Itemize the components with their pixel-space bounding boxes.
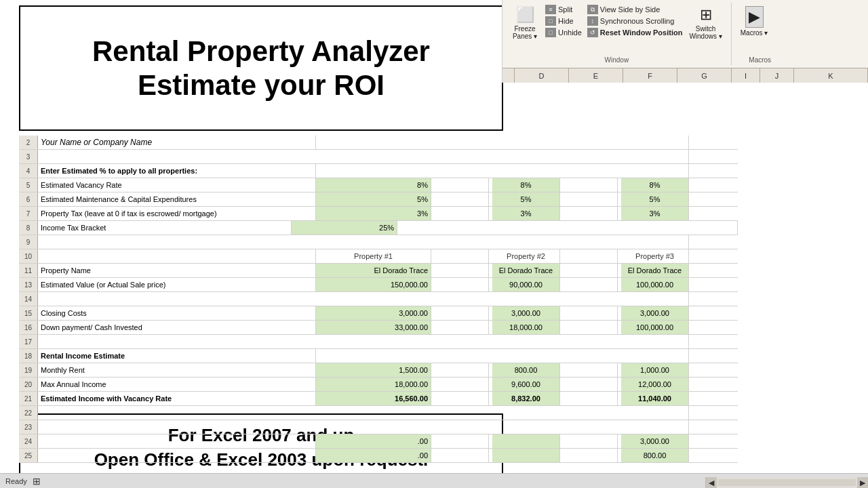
max-annual-label: Max Annual Income: [38, 378, 316, 391]
table-row: 18 Rental Income Estimate: [19, 349, 738, 363]
company-name-cell: Your Name or Company Name: [38, 136, 316, 149]
down-payment-val3: 100,000.00: [621, 321, 689, 334]
sync-scroll-icon: ↕: [587, 16, 598, 26]
closing-costs-val1: 3,000.00: [316, 306, 431, 320]
split-button[interactable]: ≡ Split: [543, 4, 584, 15]
max-annual-val2: 9,600.00: [492, 378, 560, 391]
table-row: 8 Income Tax Bracket 25%: [19, 221, 738, 235]
status-ready: Ready: [5, 477, 27, 485]
col-header-j: J: [760, 68, 794, 83]
property-name-val3: El Dorado Trace: [621, 264, 689, 277]
rental-income-label: Rental Income Estimate: [38, 349, 316, 363]
estimated-income-label: Estimated Income with Vacancy Rate: [38, 392, 316, 405]
table-row: 20 Max Annual Income 18,000.00 9,600.00 …: [19, 378, 738, 392]
col-header-e: D: [515, 68, 569, 83]
closing-costs-val3: 3,000.00: [621, 306, 689, 320]
scroll-track: [718, 479, 856, 486]
monthly-rent-val2: 800.00: [492, 363, 560, 377]
view-side-by-side-button[interactable]: ⧉ View Side by Side: [585, 4, 685, 15]
scroll-left-button[interactable]: ◀: [706, 477, 717, 488]
table-row: 10 Property #1 Property #2 Property #3: [19, 249, 738, 264]
status-bar: Ready ⊞ ◀ ▶: [0, 473, 868, 488]
header-box: Rental Property Analyzer Estimate your R…: [19, 5, 503, 131]
unhide-button[interactable]: □ Unhide: [543, 27, 584, 38]
section-label-4: Enter Estimated % to apply to all proper…: [38, 164, 316, 178]
col-header-i: I: [732, 68, 760, 83]
row25-val1: .00: [316, 449, 431, 462]
row24-val2: [492, 434, 560, 448]
property-tax-val3: 3%: [621, 207, 689, 220]
down-payment-val2: 18,000.00: [492, 321, 560, 334]
estimated-value-val1: 150,000.00: [316, 278, 431, 291]
macros-button[interactable]: ▶ Macros ▾: [737, 4, 772, 54]
property-name-val1: El Dorado Trace: [316, 264, 431, 277]
property-tax-label: Property Tax (leave at 0 if tax is escro…: [38, 207, 316, 220]
row25-val3: 800.00: [621, 449, 689, 462]
switch-windows-button[interactable]: ⊞ SwitchWindows ▾: [686, 4, 725, 54]
closing-costs-val2: 3,000.00: [492, 306, 560, 320]
ribbon: ⬜ FreezePanes ▾ ≡ Split □ Hide: [502, 0, 868, 83]
hide-button[interactable]: □ Hide: [543, 16, 584, 26]
property-tax-val2: 3%: [492, 207, 560, 220]
property-name-val2: El Dorado Trace: [492, 264, 560, 277]
synchronous-scrolling-button[interactable]: ↕ Synchronous Scrolling: [585, 16, 685, 26]
reset-window-position-button[interactable]: ↺ Reset Window Position: [585, 27, 685, 38]
table-row: 21 Estimated Income with Vacancy Rate 16…: [19, 392, 738, 406]
table-row: 7 Property Tax (leave at 0 if tax is esc…: [19, 207, 738, 221]
down-payment-label: Down payment/ Cash Invested: [38, 321, 316, 334]
estimated-income-val2: 8,832.00: [492, 392, 560, 405]
table-row: 11 Property Name El Dorado Trace El Dora…: [19, 264, 738, 278]
col-header-f: E: [569, 68, 623, 83]
table-row: 13 Estimated Value (or Actual Sale price…: [19, 278, 738, 292]
horizontal-scrollbar[interactable]: ◀ ▶: [705, 477, 868, 488]
estimated-value-val3: 100,000.00: [621, 278, 689, 291]
table-row: 24 .00 3,000.00: [19, 434, 738, 449]
scroll-right-button[interactable]: ▶: [857, 477, 868, 488]
window-section-title: Window: [508, 54, 726, 64]
table-row: 22: [19, 406, 738, 420]
hide-icon: □: [545, 16, 556, 26]
estimated-value-val2: 90,000.00: [492, 278, 560, 291]
col-header-h: G: [677, 68, 732, 83]
status-icon: ⊞: [33, 476, 41, 487]
table-row: 3: [19, 150, 738, 164]
table-row: 17: [19, 335, 738, 349]
header-title-line2: Estimate your ROI: [138, 69, 384, 102]
row24-val1: .00: [316, 434, 431, 448]
freeze-panes-button[interactable]: ⬜ FreezePanes ▾: [508, 4, 542, 54]
table-row: 4 Enter Estimated % to apply to all prop…: [19, 164, 738, 178]
row24-val3: 3,000.00: [621, 434, 689, 448]
max-annual-val1: 18,000.00: [316, 378, 431, 391]
unhide-icon: □: [545, 28, 556, 37]
col-header-p2: Property #2: [492, 249, 560, 263]
estimated-value-label: Estimated Value (or Actual Sale price): [38, 278, 316, 291]
ribbon-window-group: ⬜ FreezePanes ▾ ≡ Split □ Hide: [505, 3, 732, 65]
col-spacer-10: [38, 249, 316, 263]
ribbon-macros-group: ▶ Macros ▾ Macros: [734, 3, 789, 65]
table-row: 5 Estimated Vacancy Rate 8% 8% 8%: [19, 178, 738, 192]
vacancy-rate-val1: 8%: [316, 178, 431, 192]
reset-window-icon: ↺: [587, 28, 598, 37]
macros-section-title: Macros: [737, 54, 783, 64]
row25-val2: [492, 449, 560, 462]
row-num-2: 2: [19, 136, 38, 149]
table-row: 14: [19, 292, 738, 306]
grid-area: 2 Your Name or Company Name 3 4 Enter Es…: [19, 136, 738, 463]
monthly-rent-val1: 1,500.00: [316, 363, 431, 377]
split-icon: ≡: [545, 5, 556, 14]
ribbon-window-controls2: ⧉ View Side by Side ↕ Synchronous Scroll…: [585, 4, 685, 54]
estimated-income-val1: 16,560.00: [316, 392, 431, 405]
col-header-k: K: [794, 68, 868, 83]
property-name-label: Property Name: [38, 264, 316, 277]
col-header-p3: Property #3: [621, 249, 689, 263]
property-tax-val1: 3%: [316, 207, 431, 220]
closing-costs-label: Closing Costs: [38, 306, 316, 320]
view-side-by-side-icon: ⧉: [587, 5, 598, 14]
header-title-line1: Rental Property Analyzer: [92, 35, 430, 68]
vacancy-rate-val3: 8%: [621, 178, 689, 192]
col-header-p1: Property #1: [316, 249, 431, 263]
maintenance-val3: 5%: [621, 192, 689, 206]
table-row: 16 Down payment/ Cash Invested 33,000.00…: [19, 321, 738, 335]
income-tax-val1: 25%: [292, 221, 397, 235]
monthly-rent-val3: 1,000.00: [621, 363, 689, 377]
